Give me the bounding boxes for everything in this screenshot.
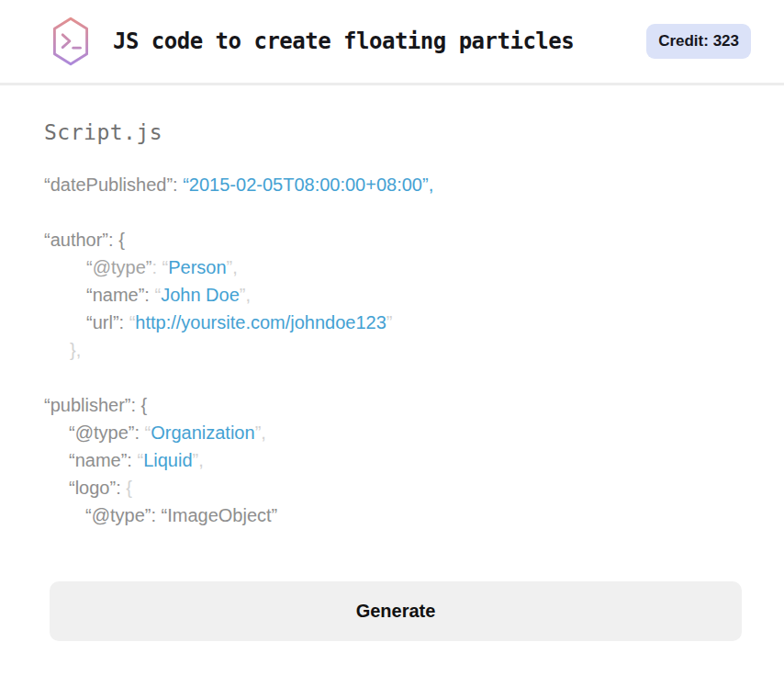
code-segment: ”, bbox=[240, 285, 251, 305]
code-segment: Person bbox=[168, 257, 226, 277]
code-segment: { bbox=[126, 478, 132, 498]
code-segment: ”, bbox=[227, 257, 238, 277]
filename-label: Script.js bbox=[44, 120, 740, 144]
code-segment: “url”: bbox=[86, 312, 129, 332]
main-content: Script.js “datePublished”: “2015-02-05T0… bbox=[0, 120, 784, 641]
code-line: “@type”: “ImageObject” bbox=[44, 501, 740, 529]
code-line: }, bbox=[44, 336, 740, 364]
page-title: JS code to create floating particles bbox=[113, 28, 646, 54]
code-segment: “name”: bbox=[69, 450, 137, 470]
code-line: “@type”: “Organization”, bbox=[44, 419, 740, 446]
code-segment: ”, bbox=[193, 450, 204, 470]
code-line: “datePublished”: “2015-02-05T08:00:00+08… bbox=[44, 171, 740, 198]
code-segment: Liquid bbox=[143, 450, 192, 470]
code-line: “name”: “Liquid”, bbox=[44, 446, 740, 474]
code-line bbox=[44, 364, 740, 391]
code-line: “name”: “John Doe”, bbox=[44, 281, 740, 309]
code-segment: “@type”: “ImageObject” bbox=[85, 505, 277, 525]
code-line bbox=[44, 198, 740, 226]
code-segment: ”, bbox=[255, 422, 266, 443]
code-segment: }, bbox=[70, 340, 81, 360]
terminal-logo-icon bbox=[50, 16, 91, 67]
code-segment: : bbox=[151, 257, 162, 277]
code-segment: Organization bbox=[151, 422, 254, 443]
code-segment: “@type” bbox=[86, 257, 151, 277]
header: JS code to create floating particles Cre… bbox=[0, 0, 784, 85]
code-segment: “logo”: bbox=[69, 478, 126, 498]
code-line: “author”: { bbox=[44, 226, 740, 253]
code-segment: “datePublished”: bbox=[44, 175, 183, 195]
code-segment: “author”: { bbox=[44, 230, 125, 250]
generate-button[interactable]: Generate bbox=[50, 581, 742, 641]
code-segment: “2015-02-05T08:00:00+08:00”, bbox=[183, 175, 433, 195]
code-line: “@type”: “Person”, bbox=[44, 253, 740, 281]
code-line: “publisher”: { bbox=[44, 391, 740, 419]
code-line: “logo”: { bbox=[44, 474, 740, 501]
code-segment: http://yoursite.com/johndoe123 bbox=[135, 312, 386, 332]
code-segment: “publisher”: { bbox=[44, 395, 147, 415]
code-segment: ” bbox=[386, 312, 393, 332]
app-window: JS code to create floating particles Cre… bbox=[0, 0, 784, 641]
code-segment: John Doe bbox=[161, 285, 240, 305]
code-segment: “name”: bbox=[86, 285, 154, 305]
code-block: “datePublished”: “2015-02-05T08:00:00+08… bbox=[44, 171, 740, 529]
credit-badge: Credit: 323 bbox=[646, 24, 751, 59]
code-segment: “@type”: bbox=[69, 422, 145, 443]
code-line: “url”: “http://yoursite.com/johndoe123” bbox=[44, 309, 740, 336]
